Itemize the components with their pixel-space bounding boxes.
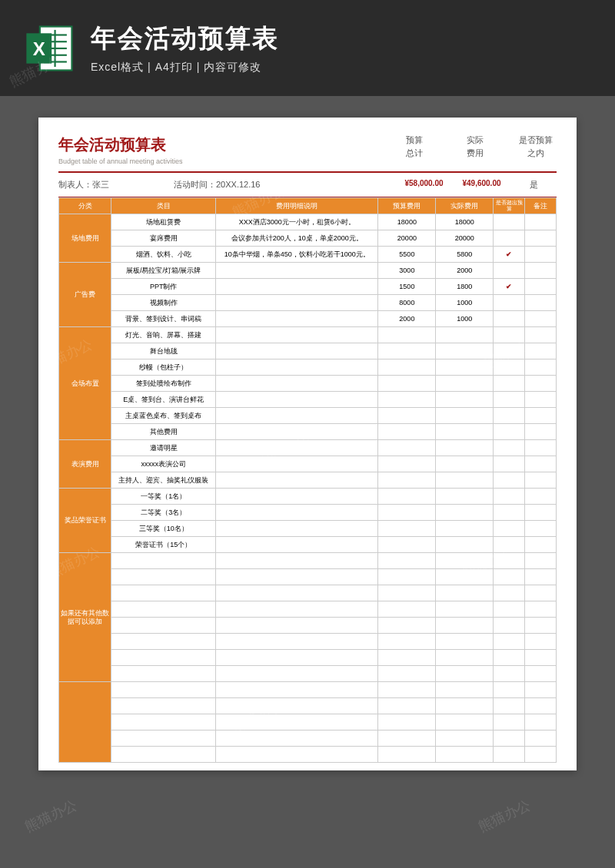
cell-over [494, 359, 525, 376]
cell-over [494, 376, 525, 392]
table-row: 表演费用邀请明星 [59, 440, 557, 456]
cell-over [494, 585, 525, 601]
cell-over [494, 311, 525, 327]
cell-desc [216, 666, 378, 682]
cell-actual: 1800 [436, 279, 494, 295]
cell-actual [436, 392, 494, 408]
cell-budget [378, 376, 436, 392]
cell-desc: 10条中华烟，单条450，饮料小吃若干1000元。 [216, 247, 378, 263]
cell-actual [436, 666, 494, 682]
cell-over [494, 682, 525, 698]
cell-over [494, 521, 525, 537]
cell-actual [436, 440, 494, 456]
cell-budget: 8000 [378, 295, 436, 311]
cell-actual: 5800 [436, 247, 494, 263]
cell-note [525, 714, 557, 731]
cell-over [494, 343, 525, 359]
cell-desc [216, 601, 378, 618]
cell-budget [378, 569, 436, 585]
top-banner: X 年会活动预算表 Excel格式 | A4打印 | 内容可修改 [0, 0, 615, 96]
cell-note [525, 263, 557, 279]
cell-over [494, 440, 525, 456]
spreadsheet-page: 年会活动预算表 Budget table of annual meeting a… [38, 118, 577, 770]
cell-budget [378, 327, 436, 343]
cell-actual [436, 731, 494, 747]
cell-budget [378, 359, 436, 376]
table-row: 背景、签到设计、串词稿20001000 [59, 311, 557, 327]
cell-actual [436, 569, 494, 585]
table-row: xxxxx表演公司 [59, 456, 557, 472]
cell-desc [216, 698, 378, 714]
cell-budget: 1500 [378, 279, 436, 295]
table-row: 主桌蓝色桌布、签到桌布 [59, 408, 557, 424]
cell-budget [378, 666, 436, 682]
cell-note [525, 585, 557, 601]
cell-over [494, 456, 525, 472]
excel-icon: X [23, 22, 77, 75]
cell-note [525, 731, 557, 747]
within-value: 是 [510, 179, 557, 190]
cell-desc [216, 327, 378, 343]
cell-over: ✔ [494, 247, 525, 263]
cell-over [494, 230, 525, 247]
cell-item [111, 601, 216, 618]
cell-over [494, 327, 525, 343]
table-row [59, 682, 557, 698]
cell-item: 三等奖（10名） [111, 521, 216, 537]
cell-desc [216, 521, 378, 537]
th-actual: 实际费用 [436, 198, 494, 214]
cell-note [525, 424, 557, 440]
cell-desc [216, 376, 378, 392]
cell-budget: 18000 [378, 214, 436, 230]
cell-item: 邀请明星 [111, 440, 216, 456]
cell-budget [378, 392, 436, 408]
cell-over [494, 472, 525, 489]
cell-item: 一等奖（1名） [111, 489, 216, 505]
cell-actual [436, 698, 494, 714]
cell-budget [378, 585, 436, 601]
cell-over [494, 747, 525, 763]
cell-note [525, 634, 557, 650]
cell-item: 舞台地毯 [111, 343, 216, 359]
table-row: 舞台地毯 [59, 343, 557, 359]
table-row: 其他费用 [59, 424, 557, 440]
budget-table: 分类 类目 费用明细说明 预算费用 实际费用 是否超出预算 备注 场地费用场地租… [58, 197, 557, 763]
cell-over [494, 505, 525, 521]
table-row: 宴席费用会议参加共计200人，10桌，单桌2000元。2000020000 [59, 230, 557, 247]
cell-over [494, 295, 525, 311]
cell-desc [216, 634, 378, 650]
cell-item [111, 585, 216, 601]
cell-note [525, 343, 557, 359]
cell-actual [436, 408, 494, 424]
cell-note [525, 440, 557, 456]
cell-note [525, 359, 557, 376]
cell-desc [216, 682, 378, 698]
cell-item: 签到处喷绘布制作 [111, 376, 216, 392]
cell-note [525, 456, 557, 472]
table-row [59, 747, 557, 763]
table-row: 会场布置灯光、音响、屏幕、搭建 [59, 327, 557, 343]
table-row: 奖品荣誉证书一等奖（1名） [59, 489, 557, 505]
doc-subtitle: Budget table of annual meeting activitie… [58, 157, 183, 165]
cell-item: 灯光、音响、屏幕、搭建 [111, 327, 216, 343]
table-row: 主持人、迎宾、抽奖礼仪服装 [59, 472, 557, 489]
cell-actual [436, 618, 494, 634]
cell-actual [436, 537, 494, 553]
cell-desc [216, 472, 378, 489]
cell-item: 荣誉证书（15个） [111, 537, 216, 553]
cell-note [525, 601, 557, 618]
cell-note [525, 618, 557, 634]
cell-item [111, 618, 216, 634]
cell-desc: 会议参加共计200人，10桌，单桌2000元。 [216, 230, 378, 247]
table-row: 二等奖（3名） [59, 505, 557, 521]
category-cell: 表演费用 [59, 440, 111, 489]
cell-budget [378, 601, 436, 618]
summary-actual-label: 实际费用 [454, 134, 496, 159]
cell-note [525, 247, 557, 263]
category-cell: 场地费用 [59, 214, 111, 263]
cell-budget [378, 618, 436, 634]
cell-item [111, 731, 216, 747]
cell-desc [216, 585, 378, 601]
cell-over [494, 634, 525, 650]
table-row: 纱幔（包柱子） [59, 359, 557, 376]
